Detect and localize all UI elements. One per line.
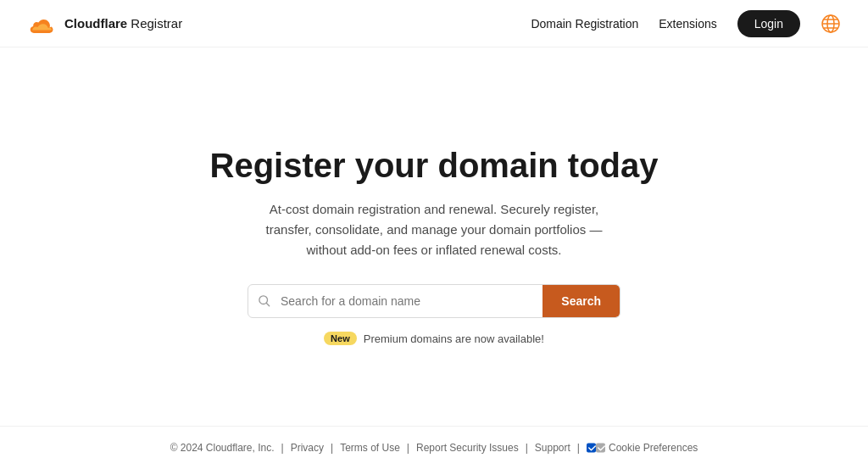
svg-rect-8: [596, 444, 605, 453]
site-header: Cloudflare Registrar Domain Registration…: [0, 0, 868, 47]
domain-search-bar: Search: [248, 284, 620, 318]
svg-rect-7: [587, 444, 596, 453]
cookie-pref-label[interactable]: Cookie Preferences: [609, 442, 698, 454]
cloudflare-logo-icon: [27, 14, 58, 33]
svg-line-6: [266, 303, 270, 306]
footer-copyright: © 2024 Cloudflare, Inc.: [170, 442, 275, 454]
cookie-shield-icon: [587, 442, 605, 454]
main-nav: Domain Registration Extensions Login: [531, 10, 841, 37]
logo-area: Cloudflare Registrar: [27, 14, 182, 33]
footer-sep-4: |: [526, 442, 528, 454]
nav-domain-registration[interactable]: Domain Registration: [531, 17, 638, 31]
footer-sep-1: |: [281, 442, 284, 454]
footer-sep-5: |: [577, 442, 580, 454]
footer-report[interactable]: Report Security Issues: [416, 442, 519, 454]
nav-extensions[interactable]: Extensions: [659, 17, 716, 31]
premium-badge-row: New Premium domains are now available!: [324, 332, 544, 345]
search-button[interactable]: Search: [542, 285, 620, 317]
search-icon: [248, 295, 281, 307]
logo-wordmark: Cloudflare Registrar: [64, 16, 182, 31]
hero-subtitle: At-cost domain registration and renewal.…: [256, 199, 612, 260]
login-button[interactable]: Login: [737, 10, 800, 37]
premium-domains-text: Premium domains are now available!: [364, 332, 544, 345]
footer-support[interactable]: Support: [535, 442, 570, 454]
footer-terms[interactable]: Terms of Use: [340, 442, 400, 454]
new-badge: New: [324, 332, 357, 345]
footer-links: © 2024 Cloudflare, Inc. | Privacy | Term…: [170, 442, 698, 454]
footer-privacy[interactable]: Privacy: [291, 442, 324, 454]
footer-sep-2: |: [331, 442, 333, 454]
footer-cookie-pref[interactable]: Cookie Preferences: [587, 442, 698, 454]
site-footer: © 2024 Cloudflare, Inc. | Privacy | Term…: [0, 426, 868, 469]
hero-title: Register your domain today: [210, 145, 659, 186]
footer-sep-3: |: [407, 442, 409, 454]
hero-section: Register your domain today At-cost domai…: [0, 47, 868, 426]
domain-search-input[interactable]: [281, 285, 542, 317]
language-globe-icon[interactable]: [821, 14, 841, 34]
